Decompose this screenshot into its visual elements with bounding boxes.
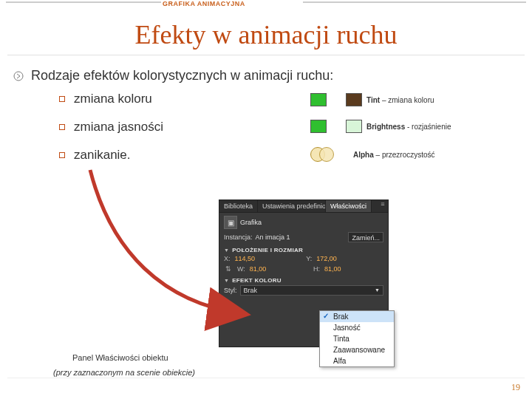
x-label: X: bbox=[224, 255, 231, 262]
w-label: W: bbox=[237, 265, 245, 273]
instance-name: An imacja 1 bbox=[256, 233, 346, 241]
x-value[interactable]: 114,50 bbox=[235, 255, 302, 262]
sample-alpha: Alpha – przezroczystość bbox=[310, 146, 517, 163]
footer-rule bbox=[7, 378, 525, 378]
sample-label: Alpha – przezroczystość bbox=[353, 151, 435, 159]
style-label: Styl: bbox=[224, 287, 237, 294]
panel-menu-icon[interactable]: ≡ bbox=[378, 200, 388, 212]
sample-label: Brightness - rozjaśnienie bbox=[366, 123, 451, 131]
y-value[interactable]: 172,00 bbox=[316, 255, 383, 262]
circle-arrow-icon bbox=[13, 71, 24, 81]
chevron-down-icon: ▼ bbox=[375, 286, 380, 295]
position-grid: X: 114,50 Y: 172,00 bbox=[224, 255, 383, 262]
link-wh-icon[interactable]: ⇅ bbox=[224, 265, 233, 273]
header-tag: GRAFIKA ANIMACYJNA bbox=[163, 0, 245, 7]
panel-tabs: Biblioteka Ustawienia predefiniowane re … bbox=[219, 200, 388, 213]
list-item-label: zanikanie. bbox=[74, 148, 131, 163]
panel-caption-note: (przy zaznaczonym na scenie obiekcie) bbox=[53, 368, 195, 377]
size-grid: ⇅ W: 81,00 H: 81,00 bbox=[224, 265, 383, 273]
list-item-label: zmiana jasności bbox=[74, 120, 163, 134]
swatch-b bbox=[346, 93, 362, 106]
section-position-size[interactable]: ▼ POŁOŻENIE I ROZMIAR bbox=[224, 247, 383, 253]
symbol-type-icon[interactable]: ▣ bbox=[224, 216, 237, 229]
dropdown-option[interactable]: Alfa bbox=[320, 355, 394, 366]
bullet-list: zmiana koloru zmiana jasności zanikanie. bbox=[59, 92, 251, 163]
y-label: Y: bbox=[306, 255, 312, 262]
list-item-label: zmiana koloru bbox=[74, 92, 152, 106]
page-number: 19 bbox=[511, 382, 520, 393]
disclosure-triangle-icon: ▼ bbox=[224, 278, 229, 283]
dropdown-option[interactable]: Tinta bbox=[320, 333, 394, 344]
symbol-kind: Grafika bbox=[240, 219, 262, 226]
swap-button[interactable]: Zamień... bbox=[348, 232, 383, 242]
swatch-a bbox=[310, 93, 327, 106]
rule-right bbox=[303, 1, 526, 3]
style-select[interactable]: Brak ▼ bbox=[240, 285, 383, 296]
section-color-effect[interactable]: ▼ EFEKT KOLORU bbox=[224, 277, 383, 284]
list-item: zmiana koloru bbox=[59, 92, 251, 106]
h-label: H: bbox=[313, 265, 320, 273]
square-bullet-icon bbox=[59, 124, 65, 130]
square-bullet-icon bbox=[59, 152, 65, 158]
rule-left bbox=[6, 1, 161, 3]
sample-brightness: Brightness - rozjaśnienie bbox=[310, 120, 517, 133]
panel-caption: Panel Właściwości obiektu bbox=[72, 353, 168, 362]
tab-properties[interactable]: Właściwości bbox=[326, 200, 372, 212]
dropdown-option[interactable]: Jasność bbox=[320, 322, 394, 333]
tab-library[interactable]: Biblioteka bbox=[219, 200, 258, 212]
swatch-a bbox=[310, 120, 327, 133]
page-title: Efekty w animacji ruchu bbox=[0, 19, 532, 50]
swatch-b bbox=[346, 120, 362, 133]
instance-label: Instancja: bbox=[224, 233, 253, 241]
sample-label: Tint – zmiana koloru bbox=[366, 96, 434, 104]
tab-presets[interactable]: Ustawienia predefiniowane re bbox=[258, 200, 326, 212]
dropdown-option[interactable]: Brak bbox=[320, 311, 394, 322]
list-item: zanikanie. bbox=[59, 148, 251, 163]
title-rule bbox=[7, 55, 525, 55]
svg-point-0 bbox=[14, 72, 23, 81]
w-value[interactable]: 81,00 bbox=[250, 265, 309, 273]
header-strip: GRAFIKA ANIMACYJNA bbox=[0, 0, 532, 9]
style-row: Styl: Brak ▼ bbox=[224, 285, 383, 296]
dropdown-option[interactable]: Zaawansowane bbox=[320, 344, 394, 355]
slide: GRAFIKA ANIMACYJNA Efekty w animacji ruc… bbox=[0, 0, 532, 399]
intro-row: Rodzaje efektów kolorystycznych w animac… bbox=[13, 68, 525, 83]
style-dropdown-popup: Brak Jasność Tinta Zaawansowane Alfa bbox=[319, 310, 395, 367]
square-bullet-icon bbox=[59, 96, 65, 102]
intro-text: Rodzaje efektów kolorystycznych w animac… bbox=[31, 68, 333, 83]
h-value[interactable]: 81,00 bbox=[324, 265, 383, 273]
sample-tint: Tint – zmiana koloru bbox=[310, 93, 517, 106]
style-select-value: Brak bbox=[244, 286, 258, 295]
list-item: zmiana jasności bbox=[59, 120, 251, 134]
disclosure-triangle-icon: ▼ bbox=[224, 248, 229, 253]
alpha-circles-icon bbox=[310, 146, 349, 163]
panel-body: ▣ Grafika Instancja: An imacja 1 Zamień.… bbox=[219, 213, 388, 301]
samples-column: Tint – zmiana koloru Brightness - rozjaś… bbox=[310, 93, 517, 163]
